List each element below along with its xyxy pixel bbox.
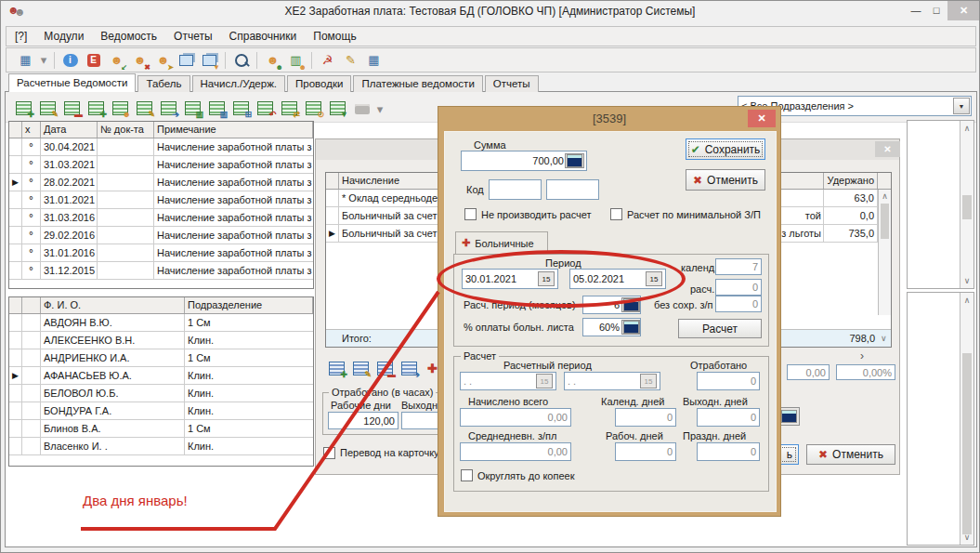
accrual-cancel-button[interactable]: ✖Отменить [806,444,895,465]
pager-next-icon[interactable]: › [860,349,864,362]
user-key-icon[interactable]: ☻➤ [153,51,173,70]
workdays-field[interactable]: 0 [615,442,676,461]
doc-row[interactable]: °31.12.2015Начисление заработной платы з [9,262,313,280]
table-export-icon[interactable]: ▼ [329,100,347,117]
emp-move-icon[interactable]: ➔ [160,100,178,117]
tab-otchety[interactable]: Отчеты [485,75,539,92]
menu-help[interactable]: Помощь [305,27,364,46]
scroll-down-icon[interactable]: ∨ [878,330,891,347]
employee-row[interactable]: АВДОЯН В.Ю.1 См [9,314,313,332]
avg-field[interactable]: 0,00 [460,442,571,461]
col-fio[interactable]: Ф. И. О. [41,297,185,313]
calendar-button[interactable]: 15 [538,271,555,286]
table-columns-icon[interactable]: ▥ [208,100,227,117]
calendar-button[interactable]: 15 [646,271,662,286]
percent-field[interactable]: 0,00% [836,364,895,380]
clock-icon[interactable]: ⊙ [305,100,323,117]
nosave-field[interactable]: 0 [715,296,762,312]
user-delete-icon[interactable]: ☻✖ [130,51,150,70]
transfer-icon[interactable]: ⇄ [281,100,299,117]
accrued-field[interactable]: 0,00 [460,408,571,427]
min-wage-checkbox[interactable] [610,208,622,220]
col-date[interactable]: Дата [41,122,98,138]
tab-tabel[interactable]: Табель [137,75,189,92]
tab-raschetnye-vedomosti[interactable]: Расчетные Ведомости [8,73,136,92]
col-note[interactable]: Примечание [154,122,313,138]
calendar-button[interactable]: 15 [536,374,553,388]
row-add-icon[interactable]: ✚ [15,100,33,117]
employee-row[interactable]: Блинов В.А.1 См [9,420,313,438]
no-calc-checkbox[interactable] [464,208,477,220]
doc-row[interactable]: °29.02.2016Начисление заработной платы з [9,227,313,244]
dialog-close-button[interactable]: ✕ [748,110,776,127]
employee-row[interactable]: Власенко И. .Клин. [9,438,313,455]
emp-edit-icon[interactable]: ✎ [136,100,154,117]
doc-row[interactable]: °31.03.2016Начисление заработной платы з [9,209,313,227]
menu-vedomost[interactable]: Ведомость [92,27,165,46]
users-group-icon[interactable]: ☻☻ [263,51,282,70]
round-checkbox[interactable] [461,469,473,481]
calendar-button[interactable]: 15 [640,374,657,388]
card-transfer-checkbox[interactable] [323,447,335,459]
menu-reports[interactable]: Отчеты [165,27,220,46]
tab-provodki[interactable]: Проводки [287,75,351,92]
table-calc-icon[interactable]: ⊞ [232,100,251,117]
cancel-button[interactable]: ✖Отменить [686,169,765,191]
employee-row[interactable]: АЛЕКСЕЕНКО В.Н.Клин. [9,332,313,349]
delete-icon[interactable]: ▬ [376,361,395,377]
calc-run-button[interactable]: Расчет [678,319,762,338]
tab-nachisl-uderzh[interactable]: Начисл./Удерж. [192,75,286,92]
employee-row[interactable]: БЕЛОВОЛ Ю.Б.Клин. [9,385,313,402]
print-icon[interactable] [352,99,372,118]
emp-add-icon[interactable]: ☻ [111,100,130,117]
menu-directories[interactable]: Справочники [221,27,306,46]
scroll-up-icon[interactable]: ∧ [879,191,891,201]
pct-calc-button[interactable] [621,320,640,335]
right-panel-top-scrollbar[interactable]: ∧ ∨ [960,121,973,288]
menu-help-q[interactable]: [?] [7,27,35,46]
scroll-up-icon[interactable]: ∧ [960,124,973,133]
doc-edit-icon[interactable]: ✎ [341,51,360,70]
org-chart-icon[interactable]: ▥☻ [286,51,306,70]
save-button[interactable]: ✔Сохранить [686,138,765,160]
info-bubble-icon[interactable]: i [60,51,80,70]
col-x[interactable]: x [22,122,41,138]
grid-menu-caret-icon[interactable]: ▾ [39,51,48,70]
row-edit-icon[interactable]: ✎ [39,100,58,117]
scroll-down-icon[interactable]: ∨ [960,276,973,285]
sum-calc-button[interactable] [565,153,584,168]
table-copy-icon[interactable]: ▥ [184,100,203,117]
accrual-scrollbar[interactable]: ∧ [878,190,891,315]
doc-add-icon[interactable]: ✚ [87,100,106,117]
holidays-field[interactable]: 0 [697,442,760,461]
doc-row-selected[interactable]: ▶°28.02.2021Начисление заработной платы … [9,174,313,191]
windows-icon[interactable] [176,51,196,70]
edit-icon[interactable]: ✎ [352,361,371,377]
exit-icon[interactable]: E [84,51,103,70]
employee-row-selected[interactable]: ▶АФАНАСЬЕВ Ю.А.Клин. [9,367,313,385]
doc-row[interactable]: °30.04.2021Начисление заработной платы з [9,138,313,156]
undo-icon[interactable]: ↶ [256,100,275,117]
worked-field[interactable]: 0 [697,372,760,390]
hammer-sickle-icon[interactable]: ☭ [318,51,337,70]
maximize-button[interactable]: □ [927,3,946,20]
copy-icon[interactable]: ➔ [400,361,419,377]
right-panel-bottom-scrollbar[interactable]: ∧ ∨ [960,293,973,545]
dropdown-arrow-icon[interactable]: ▼ [953,98,970,114]
rasch-field[interactable]: 0 [715,279,762,296]
calend-days-field[interactable]: 0 [615,408,676,427]
scroll-down-icon[interactable]: ∨ [960,533,973,542]
accrual-close-button[interactable]: ✕ [875,141,900,157]
row-delete-icon[interactable]: ▬ [63,100,82,117]
employee-row[interactable]: БОНДУРА Г.А.Клин. [9,402,313,420]
tab-platezhnye[interactable]: Платежные ведомости [353,75,482,92]
col-withheld[interactable]: Удержано [824,173,878,189]
col-doc[interactable]: № док-та [98,122,154,138]
weekend-days-field[interactable]: 0 [697,408,760,427]
doc-row[interactable]: °31.01.2021Начисление заработной платы з [9,191,313,209]
work-days-field[interactable]: 120,00 [328,412,399,429]
months-calc-button[interactable] [621,297,640,312]
amount-field[interactable]: 0,00 [787,364,830,380]
code-field-2[interactable] [546,179,599,200]
employee-row[interactable]: АНДРИЕНКО И.А.1 См [9,349,313,367]
